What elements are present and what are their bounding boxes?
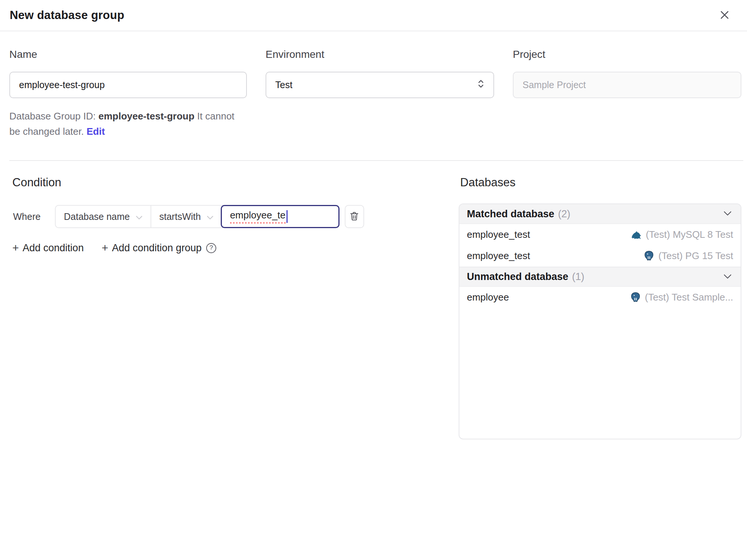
environment-label: Environment xyxy=(266,49,494,60)
condition-section: Condition Where Database name startsWith xyxy=(9,176,459,254)
condition-actions: + Add condition + Add condition group ? xyxy=(12,242,459,254)
group-id-value: employee-test-group xyxy=(98,111,194,122)
database-instance-label: (Test) PG 15 Test xyxy=(658,250,733,262)
condition-operator-value: startsWith xyxy=(159,211,201,222)
group-id-note-prefix: Database Group ID: xyxy=(9,111,98,122)
matched-database-title-text: Matched database xyxy=(467,208,554,220)
database-row: employee_test (Test) PG 15 Test xyxy=(459,245,741,267)
matched-database-header[interactable]: Matched database(2) xyxy=(459,204,741,224)
matched-database-count: (2) xyxy=(558,208,570,220)
databases-heading: Databases xyxy=(460,176,741,189)
databases-section: Databases Matched database(2) employee_t… xyxy=(459,176,741,439)
condition-factor-value: Database name xyxy=(64,211,130,222)
text-cursor xyxy=(286,210,288,223)
select-updown-icon xyxy=(477,78,484,92)
environment-selected-value: Test xyxy=(275,80,292,90)
postgresql-icon xyxy=(630,292,641,303)
database-instance-label: (Test) Test Sample... xyxy=(645,292,734,303)
edit-group-id-link[interactable]: Edit xyxy=(87,126,105,137)
condition-row: Where Database name startsWith xyxy=(9,205,459,228)
database-name: employee xyxy=(467,292,509,303)
chevron-down-icon xyxy=(722,271,733,283)
environment-select[interactable]: Test xyxy=(266,72,494,98)
unmatched-database-header[interactable]: Unmatched database(1) xyxy=(459,267,741,287)
condition-value-input[interactable]: employee_te xyxy=(221,205,340,228)
unmatched-database-title-text: Unmatched database xyxy=(467,271,568,282)
chevron-down-icon xyxy=(136,211,142,222)
database-name: employee_test xyxy=(467,229,530,240)
project-field-group: Project Sample Project xyxy=(513,49,741,139)
form-row: Name Database Group ID: employee-test-gr… xyxy=(0,49,747,139)
project-value: Sample Project xyxy=(523,80,586,90)
condition-operator-dropdown[interactable]: startsWith xyxy=(151,206,221,227)
help-icon[interactable]: ? xyxy=(206,243,216,253)
where-label: Where xyxy=(13,211,55,222)
condition-expression-group: Database name startsWith xyxy=(55,205,340,228)
plus-icon: + xyxy=(12,242,19,254)
matched-database-title: Matched database(2) xyxy=(467,208,570,220)
project-label: Project xyxy=(513,49,741,60)
database-instance: (Test) PG 15 Test xyxy=(643,250,733,262)
group-id-note: Database Group ID: employee-test-group I… xyxy=(9,109,247,139)
database-instance: (Test) MySQL 8 Test xyxy=(630,229,733,240)
name-input[interactable] xyxy=(9,72,247,98)
condition-factor-dropdown[interactable]: Database name xyxy=(56,206,151,227)
databases-panel: Matched database(2) employee_test xyxy=(459,203,741,439)
chevron-down-icon xyxy=(207,211,213,222)
add-condition-label: Add condition xyxy=(23,242,84,254)
dialog-header: New database group xyxy=(0,0,747,31)
environment-field-group: Environment Test xyxy=(266,49,494,139)
database-instance-label: (Test) MySQL 8 Test xyxy=(646,229,733,240)
database-name: employee_test xyxy=(467,250,530,262)
page-title: New database group xyxy=(10,9,124,22)
trash-icon xyxy=(349,211,360,223)
bottom-area: Condition Where Database name startsWith xyxy=(0,161,747,439)
unmatched-database-count: (1) xyxy=(572,271,585,282)
database-row: employee (Test) Test Sample... xyxy=(459,287,741,308)
close-icon xyxy=(718,8,731,23)
name-field-group: Name Database Group ID: employee-test-gr… xyxy=(9,49,247,139)
database-instance: (Test) Test Sample... xyxy=(630,292,734,303)
database-row: employee_test (Test) MySQL 8 Test xyxy=(459,224,741,245)
plus-icon: + xyxy=(102,242,108,254)
chevron-down-icon xyxy=(722,208,733,220)
unmatched-database-title: Unmatched database(1) xyxy=(467,271,585,283)
add-condition-group-label: Add condition group xyxy=(112,242,202,254)
delete-condition-button[interactable] xyxy=(345,205,364,228)
mysql-icon xyxy=(630,229,642,240)
condition-heading: Condition xyxy=(12,176,459,189)
condition-value-text: employee_te xyxy=(230,209,286,224)
add-condition-button[interactable]: + Add condition xyxy=(12,242,84,254)
postgresql-icon xyxy=(643,250,655,262)
add-condition-group-button[interactable]: + Add condition group ? xyxy=(102,242,216,254)
name-label: Name xyxy=(9,49,247,60)
project-input: Sample Project xyxy=(513,72,741,98)
close-button[interactable] xyxy=(718,8,731,23)
